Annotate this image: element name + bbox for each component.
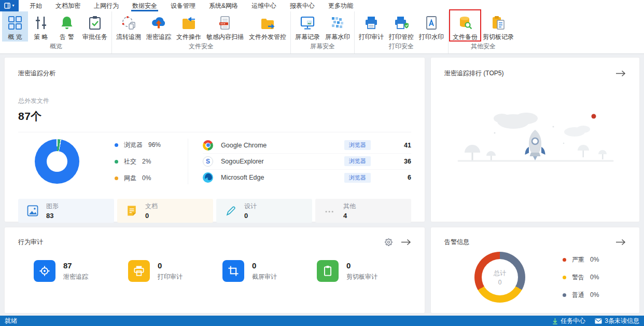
total-files-value: 87个 [18,109,411,124]
document-scan-icon [217,15,233,31]
bell-icon [59,15,75,31]
ribbon-group-label: 文件安全 [112,42,290,53]
alert-total-value: 0 [498,279,502,286]
stat-label: 打印审计 [158,273,183,281]
menu-item-doc-encrypt[interactable]: 文档加密 [49,0,87,11]
legend-label: 警告 [572,273,584,282]
task-center-label: 任务中心 [561,317,585,325]
ribbon-item-policy[interactable]: 策 略 [28,11,54,42]
ribbon-item-leak-trace[interactable]: 泄密追踪 [144,11,174,42]
ribbon-item-overview[interactable]: 概 览 [2,11,28,42]
app-tag-badge: 浏览器 [344,156,371,166]
ribbon-item-outgoing-control[interactable]: 文件外发管控 [246,11,289,42]
menu-item-web-behavior[interactable]: 上网行为 [87,0,125,11]
card-label: 设计 [244,202,257,211]
legend-dot [563,258,566,262]
ribbon-group-label: 屏幕安全 [291,42,354,53]
card-documents[interactable]: 文档0 [117,199,213,223]
document-a-icon [424,15,439,31]
list-item[interactable]: S SogouExplorer 浏览器 36 [203,154,411,170]
ribbon-item-label: 剪切板记录 [483,33,514,42]
printer-shield-icon [394,15,409,31]
app-name: Google Chrome [221,142,267,149]
card-value: 83 [46,212,59,220]
status-bar: 就绪 任务中心 3条未读信息 [0,316,644,326]
channel-legend: 浏览器96% 社交2% 网盘0% [115,141,161,183]
card-design[interactable]: 设计0 [216,199,312,223]
legend-value: 0% [142,174,151,182]
stat-label: 泄密追踪 [63,273,88,281]
unread-messages-button[interactable]: 3条未读信息 [595,317,639,325]
legend-item: 普通0% [563,291,599,300]
legend-value: 0% [590,291,599,298]
arrow-right-icon[interactable] [401,239,411,246]
app-count: 6 [371,174,411,181]
ribbon-item-label: 打印审计 [359,33,384,42]
ribbon-item-file-backup[interactable]: 文件备份 [450,11,480,42]
legend-dot [563,293,566,297]
ribbon-item-alerts[interactable]: 告 警 [54,11,80,42]
download-arrow-icon [552,318,558,324]
pen-icon [224,204,237,218]
menu-item-system-network[interactable]: 系统&网络 [202,0,245,11]
ribbon-toolbar: 概 览 策 略 告 警 审批任务 概览 流转追溯 [0,11,644,54]
panel-leak-rank: 泄密追踪排行 (TOP5) [430,57,640,222]
ribbon-item-label: 屏幕水印 [325,33,350,42]
ribbon-item-print-control[interactable]: 打印管控 [386,11,416,42]
menu-item-report-center[interactable]: 报表中心 [283,0,321,11]
ribbon-item-screen-watermark[interactable]: 屏幕水印 [323,11,353,42]
stat-screenshot-audit[interactable]: 0截屏审计 [222,260,317,282]
monitor-icon [300,15,315,31]
ribbon-item-label: 流转追溯 [116,33,141,42]
ribbon-item-clipboard-record[interactable]: 剪切板记录 [480,11,516,42]
app-icon [4,3,11,9]
ribbon-item-label: 屏幕记录 [295,33,320,42]
app-tag-badge: 浏览器 [344,173,371,183]
stat-clipboard-audit[interactable]: 0剪切板审计 [317,260,411,282]
ribbon-item-print-audit[interactable]: 打印审计 [356,11,386,42]
ribbon-item-approval-tasks[interactable]: 审批任务 [80,11,110,42]
card-label: 文档 [145,202,158,211]
legend-value: 2% [142,158,151,165]
legend-dot [115,160,118,164]
menu-item-ops-center[interactable]: 运维中心 [245,0,283,11]
menu-item-more[interactable]: 更多功能 [321,0,360,11]
stat-value: 0 [252,261,277,270]
ribbon-group-label: 打印安全 [355,42,448,53]
ribbon-item-sensitive-scan[interactable]: 敏感内容扫描 [204,11,246,42]
ribbon-item-label: 文件外发管控 [249,33,286,42]
legend-value: 96% [148,141,161,148]
app-menu-button[interactable]: ▾ [0,0,19,11]
legend-item: 警告0% [563,273,599,282]
arrow-right-icon[interactable] [615,70,626,77]
panel-title: 行为审计 [18,238,43,247]
folder-export-icon [260,15,275,31]
task-center-button[interactable]: 任务中心 [552,317,585,325]
list-item[interactable]: Microsoft Edge 浏览器 6 [203,170,411,186]
ribbon-item-screen-record[interactable]: 屏幕记录 [292,11,323,42]
card-other[interactable]: 其他4 [315,199,411,223]
stat-print-audit[interactable]: 0打印审计 [128,260,222,282]
stat-leak-trace[interactable]: 87泄密追踪 [34,260,128,282]
legend-item: 社交2% [115,157,161,166]
ribbon-item-file-ops[interactable]: 文件操作 [174,11,204,42]
legend-label: 社交 [124,157,136,166]
crop-icon [222,260,244,282]
legend-item: 网盘0% [115,174,161,183]
card-graphics[interactable]: 图形83 [18,199,114,223]
ribbon-group-label: 概览 [1,42,111,53]
menu-item-start[interactable]: 开始 [23,0,49,11]
ribbon-item-flow-trace[interactable]: 流转追溯 [114,11,144,42]
file-type-cards: 图形83 文档0 设计0 其他4 [18,199,411,223]
chevron-down-icon: ▾ [12,4,14,8]
ribbon-item-print-watermark[interactable]: 打印水印 [416,11,446,42]
menu-item-device-mgmt[interactable]: 设备管理 [164,0,202,11]
ribbon-group-file-security: 流转追溯 泄密追踪 文件操作 敏感内容扫描 文件外发管控 文件安全 [112,11,291,53]
legend-item: 严重0% [563,255,599,264]
menu-item-data-security[interactable]: 数据安全 [125,0,164,11]
grid-icon [7,15,23,31]
arrow-right-icon[interactable] [615,239,626,246]
gear-icon[interactable] [385,238,393,246]
app-name: SogouExplorer [221,158,264,165]
list-item[interactable]: Google Chrome 浏览器 41 [203,138,411,154]
